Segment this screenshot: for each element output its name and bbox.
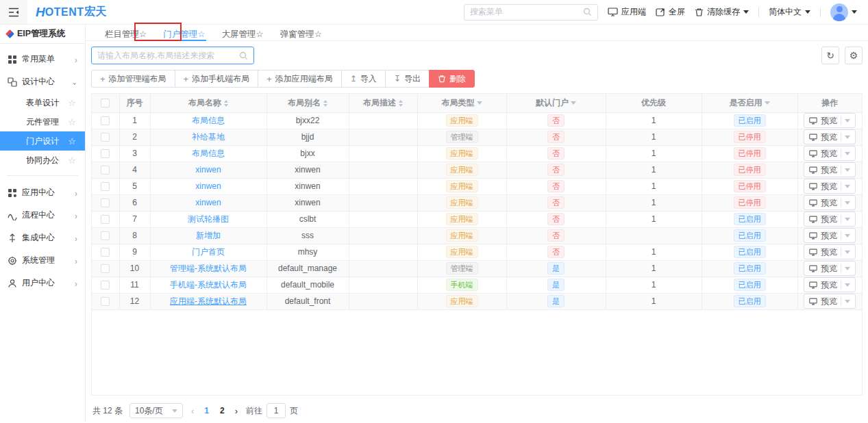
sort-icon[interactable]: [323, 100, 327, 107]
chevron-down-icon[interactable]: [845, 119, 850, 123]
preview-button[interactable]: 预览: [804, 244, 856, 259]
sidebar-item-system-manage[interactable]: 系统管理 ›: [0, 249, 85, 272]
chevron-down-icon[interactable]: [845, 218, 850, 221]
goto-page-input[interactable]: 1: [266, 403, 286, 418]
sidebar-item-portal-design[interactable]: 门户设计 ☆: [0, 131, 85, 151]
add-app-layout-button[interactable]: +添加应用端布局: [258, 70, 342, 88]
row-checkbox[interactable]: [101, 281, 110, 290]
tab-screen-manage[interactable]: 大屏管理☆: [213, 25, 271, 40]
layout-name-link[interactable]: 应用端-系统默认布局: [170, 296, 247, 306]
layout-name-link[interactable]: 布局信息: [192, 149, 225, 158]
row-checkbox[interactable]: [101, 133, 110, 142]
page-number-1[interactable]: 1: [202, 406, 211, 415]
chevron-down-icon[interactable]: [845, 152, 850, 155]
sidebar-fold-button[interactable]: [0, 0, 27, 24]
layout-name-link[interactable]: xinwen: [195, 165, 221, 175]
preview-button[interactable]: 预览: [804, 228, 856, 243]
row-checkbox[interactable]: [101, 182, 110, 191]
header-default-portal[interactable]: 默认门户: [506, 94, 606, 112]
filter-caret-icon[interactable]: [571, 101, 576, 105]
layout-name-link[interactable]: xinwen: [195, 198, 221, 207]
preview-button[interactable]: 预览: [804, 261, 856, 276]
row-checkbox[interactable]: [101, 231, 110, 240]
sidebar-item-form-design[interactable]: 表单设计 ☆: [0, 93, 85, 112]
star-icon[interactable]: ☆: [68, 155, 76, 166]
preview-button[interactable]: 预览: [804, 294, 856, 309]
sort-icon[interactable]: [399, 100, 403, 107]
preview-button[interactable]: 预览: [804, 129, 856, 144]
header-enabled[interactable]: 是否启用: [702, 94, 797, 112]
star-icon[interactable]: ☆: [68, 136, 76, 146]
sort-icon[interactable]: [224, 100, 228, 107]
export-button[interactable]: ↧导出: [385, 70, 430, 88]
fullscreen-button[interactable]: 全屏: [656, 6, 685, 18]
layout-name-link[interactable]: 布局信息: [192, 116, 225, 125]
import-button[interactable]: ↥导入: [341, 70, 386, 88]
sidebar-item-flow-center[interactable]: 流程中心 ›: [0, 204, 85, 227]
next-page-button[interactable]: ›: [234, 406, 239, 416]
page-number-2[interactable]: 2: [218, 406, 227, 415]
layout-search-input[interactable]: 请输入布局名称,布局描述来搜索: [91, 47, 254, 64]
sidebar-item-app-center[interactable]: 应用中心 ›: [0, 181, 85, 204]
chevron-down-icon[interactable]: [845, 136, 850, 139]
sidebar-item-collaboration[interactable]: 协同办公 ☆: [0, 151, 85, 170]
row-checkbox[interactable]: [101, 264, 110, 273]
row-checkbox[interactable]: [101, 166, 110, 175]
language-selector[interactable]: 简体中文: [769, 6, 810, 18]
layout-name-link[interactable]: 管理端-系统默认布局: [170, 264, 247, 273]
filter-caret-icon[interactable]: [765, 101, 770, 105]
preview-button[interactable]: 预览: [804, 162, 856, 177]
preview-button[interactable]: 预览: [804, 146, 856, 161]
sidebar-item-common-menu[interactable]: 常用菜单 ›: [0, 48, 85, 70]
row-checkbox[interactable]: [101, 198, 110, 207]
layout-name-link[interactable]: 新增加: [196, 231, 221, 240]
row-checkbox[interactable]: [101, 248, 110, 257]
preview-button[interactable]: 预览: [804, 195, 856, 210]
row-checkbox[interactable]: [101, 297, 110, 306]
select-all-checkbox[interactable]: [101, 99, 110, 107]
chevron-down-icon[interactable]: [845, 251, 850, 254]
sidebar-item-component-manage[interactable]: 元件管理 ☆: [0, 112, 85, 131]
layout-name-link[interactable]: 手机端-系统默认布局: [170, 280, 247, 290]
chevron-down-icon[interactable]: [845, 185, 850, 188]
layout-name-link[interactable]: xinwen: [195, 181, 221, 191]
prev-page-button[interactable]: ‹: [190, 406, 195, 416]
refresh-button[interactable]: ↻: [821, 47, 839, 64]
chevron-down-icon[interactable]: [845, 300, 850, 303]
star-icon[interactable]: ☆: [68, 98, 76, 108]
header-desc[interactable]: 布局描述: [349, 94, 417, 112]
header-alias[interactable]: 布局别名: [266, 94, 349, 112]
header-name[interactable]: 布局名称: [150, 94, 266, 112]
menu-search-input[interactable]: 搜索菜单: [464, 4, 598, 21]
chevron-down-icon[interactable]: [845, 234, 850, 238]
tab-column-manage[interactable]: 栏目管理☆: [97, 25, 155, 40]
row-checkbox[interactable]: [101, 116, 110, 125]
chevron-down-icon[interactable]: [845, 267, 850, 270]
add-manage-layout-button[interactable]: +添加管理端布局: [91, 70, 175, 88]
preview-button[interactable]: 预览: [804, 212, 856, 227]
sidebar-item-user-center[interactable]: 用户中心 ›: [0, 272, 85, 294]
clear-cache-button[interactable]: 清除缓存: [695, 6, 749, 18]
filter-caret-icon[interactable]: [477, 101, 482, 105]
preview-button[interactable]: 预览: [804, 179, 856, 194]
column-settings-button[interactable]: ⚙: [845, 47, 863, 64]
page-size-select[interactable]: 10条/页: [129, 403, 183, 418]
layout-name-link[interactable]: 补给基地: [192, 132, 225, 142]
sidebar-item-integration-center[interactable]: 集成中心 ›: [0, 227, 85, 249]
star-icon[interactable]: ☆: [68, 117, 76, 127]
header-type[interactable]: 布局类型: [417, 94, 506, 112]
chevron-down-icon[interactable]: [845, 283, 850, 287]
user-menu[interactable]: [830, 3, 857, 21]
tab-popup-manage[interactable]: 弹窗管理☆: [272, 25, 330, 40]
delete-button[interactable]: 删除: [429, 70, 475, 88]
chevron-down-icon[interactable]: [845, 168, 850, 172]
preview-button[interactable]: 预览: [804, 277, 856, 292]
sidebar-item-design-center[interactable]: 设计中心 ⌄: [0, 70, 85, 93]
preview-button[interactable]: 预览: [804, 113, 856, 128]
chevron-down-icon[interactable]: [845, 201, 850, 205]
row-checkbox[interactable]: [101, 215, 110, 224]
add-mobile-layout-button[interactable]: +添加手机端布局: [175, 70, 259, 88]
row-checkbox[interactable]: [101, 149, 110, 158]
layout-name-link[interactable]: 测试轮播图: [188, 214, 229, 224]
tab-portal-manage[interactable]: 门户管理☆: [155, 25, 213, 40]
